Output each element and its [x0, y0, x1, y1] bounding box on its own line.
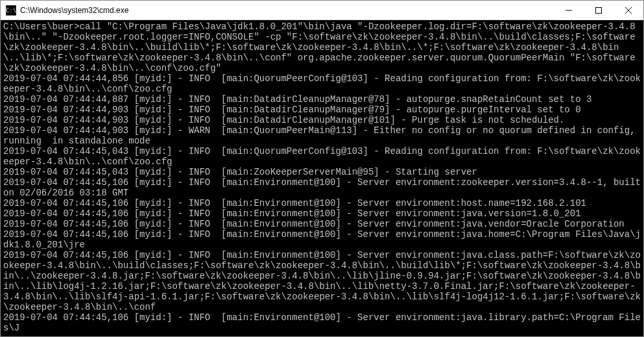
console-line: 2019-07-04 07:44:44,856 [myid:] - INFO [… [3, 73, 641, 94]
console-line: 2019-07-04 07:44:45,106 [myid:] - INFO [… [3, 219, 641, 229]
console-line: 2019-07-04 07:44:45,106 [myid:] - INFO [… [3, 229, 641, 250]
svg-rect-0 [596, 7, 602, 13]
console-line: 2019-07-04 07:44:44,903 [myid:] - INFO [… [3, 105, 641, 115]
console-output[interactable]: C:\Users\buer>call "C:\Program Files\Jav… [1, 20, 643, 336]
console-line: 2019-07-04 07:44:44,903 [myid:] - WARN [… [3, 125, 641, 146]
console-line: 2019-07-04 07:44:44,887 [myid:] - INFO [… [3, 94, 641, 105]
minimize-icon [566, 7, 572, 14]
console-line: 2019-07-04 07:44:44,903 [myid:] - INFO [… [3, 115, 641, 125]
console-line: 2019-07-04 07:44:45,106 [myid:] - INFO [… [3, 198, 641, 208]
window-title: C:\Windows\system32\cmd.exe [20, 6, 554, 15]
maximize-icon [595, 7, 602, 14]
close-button[interactable] [614, 1, 643, 20]
console-line: 2019-07-04 07:44:45,106 [myid:] - INFO [… [3, 208, 641, 219]
minimize-button[interactable] [554, 1, 584, 20]
terminal-window: C:\ C:\Windows\system32\cmd.exe C:\Users… [0, 0, 644, 337]
close-icon [625, 7, 632, 14]
console-line: C:\Users\buer>call "C:\Program Files\Jav… [3, 21, 641, 73]
console-line: 2019-07-04 07:44:45,106 [myid:] - INFO [… [3, 177, 641, 198]
cmd-icon: C:\ [6, 5, 16, 16]
console-line: 2019-07-04 07:44:45,043 [myid:] - INFO [… [3, 167, 641, 177]
titlebar: C:\ C:\Windows\system32\cmd.exe [1, 1, 643, 20]
console-line: 2019-07-04 07:44:45,106 [myid:] - INFO [… [3, 312, 641, 333]
console-line: 2019-07-04 07:44:45,106 [myid:] - INFO [… [3, 250, 641, 312]
window-controls [554, 1, 643, 20]
console-line: 2019-07-04 07:44:45,043 [myid:] - INFO [… [3, 146, 641, 167]
maximize-button[interactable] [584, 1, 614, 20]
